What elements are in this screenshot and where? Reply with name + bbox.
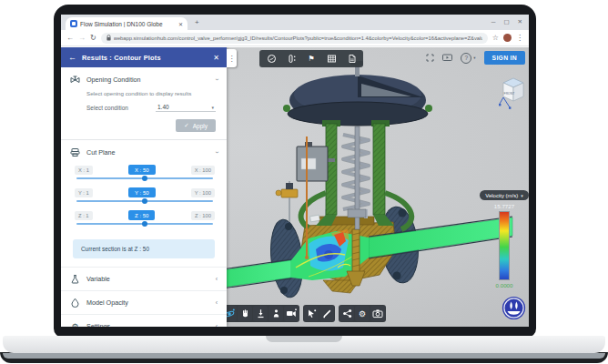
laptop-mockup: Flow Simulation | DN100 Globe ✕ + ─ ▢ ✕ … bbox=[0, 0, 608, 364]
x-slider-thumb[interactable] bbox=[142, 176, 147, 181]
section-cut-plane[interactable]: Cut Plane › bbox=[61, 140, 227, 163]
section-opening-condition[interactable]: Opening Condition › bbox=[61, 67, 227, 90]
simulationhub-logo bbox=[502, 296, 526, 324]
address-bar[interactable]: webapp.simulationhub.com/control_valve_p… bbox=[101, 33, 488, 44]
y-max-chip: Y : 100 bbox=[191, 188, 215, 197]
window-controls: ─ ▢ ✕ bbox=[491, 18, 522, 25]
grid-icon[interactable] bbox=[322, 52, 340, 66]
navigation-toolbar: ⚙ bbox=[221, 305, 386, 322]
x-plane-slider[interactable] bbox=[76, 177, 213, 179]
z-min-chip: Z : 1 bbox=[75, 211, 93, 220]
profile-avatar[interactable] bbox=[503, 34, 512, 42]
laptop-base-notch bbox=[266, 336, 342, 342]
section-settings[interactable]: ⚙ Settings ‹ bbox=[61, 314, 227, 327]
select-probe-icon[interactable] bbox=[304, 306, 319, 321]
zoom-out-icon[interactable] bbox=[253, 306, 268, 321]
y-current-chip: Y : 50 bbox=[128, 187, 156, 197]
pan-hand-icon[interactable] bbox=[238, 306, 252, 321]
valve-condition-icon bbox=[70, 75, 80, 85]
maximize-icon[interactable]: ▢ bbox=[503, 18, 509, 25]
chevron-down-icon: ▾ bbox=[473, 56, 475, 60]
bookmark-star-icon[interactable]: ☆ bbox=[492, 35, 499, 42]
chevron-left-icon: ‹ bbox=[216, 276, 218, 282]
opening-condition-body: Select opening condition to display resu… bbox=[61, 90, 227, 139]
legend-min-value: 0.0000 bbox=[496, 282, 513, 288]
tab-close-icon[interactable]: ✕ bbox=[178, 21, 183, 27]
chevron-left-icon: ‹ bbox=[216, 299, 218, 306]
z-slider-thumb[interactable] bbox=[142, 221, 147, 227]
condition-select[interactable]: 1.40 ▾ bbox=[156, 103, 216, 112]
forward-icon[interactable]: → bbox=[78, 35, 86, 42]
help-menu[interactable]: ? ▾ bbox=[461, 53, 475, 64]
close-icon[interactable]: ✕ bbox=[518, 18, 522, 25]
sidebar-title: Results : Contour Plots bbox=[82, 54, 208, 62]
help-icon: ? bbox=[461, 53, 471, 64]
cut-plane-body: X : 1 X : 50 X : 100 Y : 1 Y : 50 Y : 10… bbox=[61, 163, 227, 237]
section-model-opacity[interactable]: Model Opacity ‹ bbox=[61, 290, 227, 314]
sidebar-header: ← Results : Contour Plots ✕ bbox=[61, 47, 227, 67]
y-plane-slider-row: Y : 1 Y : 50 Y : 100 bbox=[75, 187, 215, 202]
browser-tab[interactable]: Flow Simulation | DN100 Globe ✕ bbox=[66, 17, 187, 30]
video-tutorials-icon[interactable] bbox=[442, 54, 452, 62]
tab-title: Flow Simulation | DN100 Globe bbox=[80, 21, 176, 27]
section-label: Opening Condition bbox=[86, 76, 209, 84]
y-plane-slider[interactable] bbox=[76, 200, 213, 202]
results-toolbar: ⚑ bbox=[259, 50, 363, 67]
section-label: Settings bbox=[86, 322, 209, 327]
air-regulator bbox=[276, 181, 298, 222]
viewport-settings-icon[interactable]: ⚙ bbox=[355, 306, 370, 321]
browser-menu-icon[interactable]: ⋮ bbox=[516, 35, 523, 42]
contour-slice-icon[interactable] bbox=[282, 52, 300, 66]
walkthrough-person-icon[interactable] bbox=[269, 306, 283, 321]
current-section-info: Current section is at Z : 50 bbox=[73, 239, 215, 258]
new-tab-button[interactable]: + bbox=[195, 18, 199, 26]
section-label: Cut Plane bbox=[86, 148, 209, 157]
x-max-chip: X : 100 bbox=[191, 166, 215, 175]
camera-views-icon[interactable] bbox=[284, 306, 299, 321]
browser-tab-strip: Flow Simulation | DN100 Globe ✕ + ─ ▢ ✕ bbox=[61, 15, 529, 30]
back-arrow-icon[interactable]: ← bbox=[68, 53, 76, 62]
z-plane-slider-row: Z : 1 Z : 50 Z : 100 bbox=[75, 210, 215, 225]
nav-group-tools bbox=[303, 305, 335, 322]
chevron-down-icon: › bbox=[213, 78, 219, 80]
streamlines-icon[interactable] bbox=[262, 52, 280, 66]
laptop-base-lip bbox=[3, 353, 605, 359]
sign-in-button[interactable]: SIGN IN bbox=[484, 51, 525, 65]
close-panel-icon[interactable]: ✕ bbox=[213, 54, 219, 62]
reload-icon[interactable]: ↻ bbox=[90, 35, 96, 42]
z-current-chip: Z : 50 bbox=[128, 210, 155, 220]
apply-label: Apply bbox=[193, 123, 208, 129]
legend-max-value: 15.7727 bbox=[494, 203, 514, 209]
select-condition-label: Select condition bbox=[86, 105, 128, 111]
legend-title: Velocity (m/s) bbox=[485, 193, 518, 198]
actuator-dome bbox=[283, 61, 432, 126]
back-icon[interactable]: ← bbox=[66, 35, 74, 42]
section-label: Variable bbox=[86, 275, 209, 283]
gear-icon: ⚙ bbox=[70, 321, 80, 327]
report-icon[interactable] bbox=[342, 52, 360, 66]
valve-3d-model[interactable] bbox=[207, 56, 523, 311]
legend-variable-selector[interactable]: Velocity (m/s) ▾ bbox=[480, 190, 529, 200]
chevron-down-icon: ▾ bbox=[211, 105, 214, 110]
viewport-top-right: ? ▾ SIGN IN bbox=[426, 51, 525, 65]
annotation-flag-icon[interactable]: ⚑ bbox=[302, 52, 320, 66]
minimize-icon[interactable]: ─ bbox=[491, 18, 496, 25]
z-plane-slider[interactable] bbox=[76, 223, 213, 225]
view-cube-label: FRONT bbox=[504, 92, 515, 96]
cut-plane-icon bbox=[70, 147, 80, 157]
apply-button[interactable]: ✓ Apply bbox=[176, 119, 216, 132]
x-current-chip: X : 50 bbox=[128, 165, 156, 175]
sidebar-toggle-button[interactable]: ⋮ bbox=[227, 49, 237, 67]
chevron-down-icon: ▾ bbox=[521, 193, 523, 198]
fullscreen-icon[interactable] bbox=[426, 54, 434, 62]
view-cube[interactable]: FRONT bbox=[499, 73, 528, 115]
flask-icon bbox=[70, 274, 80, 284]
y-slider-thumb[interactable] bbox=[142, 198, 147, 204]
section-variable[interactable]: Variable ‹ bbox=[61, 267, 227, 290]
share-icon[interactable] bbox=[339, 306, 354, 321]
condition-value: 1.40 bbox=[157, 104, 169, 110]
nav-group-camera bbox=[221, 305, 299, 322]
measure-icon[interactable] bbox=[319, 306, 334, 321]
screenshot-camera-icon[interactable] bbox=[370, 306, 385, 321]
simulationhub-favicon bbox=[70, 20, 77, 27]
